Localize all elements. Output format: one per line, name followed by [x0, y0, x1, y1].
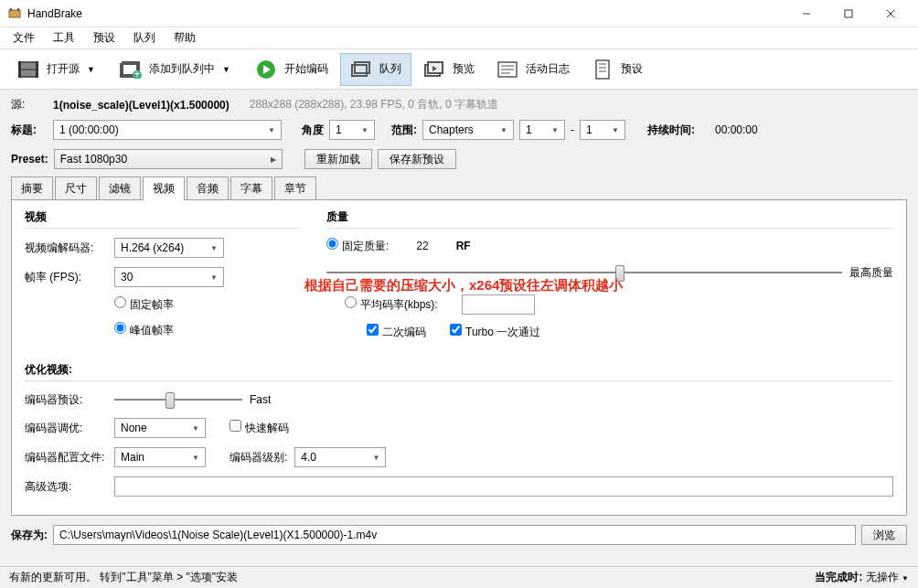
- fps-select[interactable]: 30▼: [114, 267, 224, 287]
- svg-rect-2: [17, 8, 19, 11]
- tab-video[interactable]: 视频: [143, 176, 185, 200]
- add-queue-button[interactable]: + 添加到队列中 ▼: [110, 53, 243, 86]
- chevron-down-icon: ▼: [87, 65, 98, 74]
- activity-log-button[interactable]: 活动日志: [486, 53, 580, 86]
- menu-queue[interactable]: 队列: [124, 27, 165, 48]
- codec-select[interactable]: H.264 (x264)▼: [114, 238, 224, 258]
- queue-icon: [350, 59, 372, 80]
- tab-summary[interactable]: 摘要: [11, 176, 53, 200]
- enc-profile-select[interactable]: Main▼: [114, 447, 206, 467]
- cfr-radio[interactable]: 固定帧率: [114, 296, 174, 313]
- range-to-select[interactable]: 1▼: [580, 120, 625, 140]
- avg-bitrate-radio[interactable]: 平均码率(kbps):: [345, 296, 438, 313]
- angle-select[interactable]: 1▼: [329, 120, 375, 140]
- reload-button[interactable]: 重新加载: [304, 149, 372, 169]
- save-preset-button[interactable]: 保存新预设: [378, 149, 456, 169]
- preset-button[interactable]: 预设: [582, 53, 653, 86]
- when-done-value[interactable]: 无操作: [866, 571, 899, 583]
- preview-label: 预览: [453, 61, 475, 77]
- start-encode-button[interactable]: 开始编码: [245, 53, 338, 86]
- range-label: 范围:: [391, 123, 417, 138]
- fps-label: 帧率 (FPS):: [25, 270, 107, 285]
- start-label: 开始编码: [284, 61, 328, 77]
- chevron-down-icon: ▼: [902, 574, 909, 583]
- menu-tools[interactable]: 工具: [44, 27, 84, 48]
- tab-audio[interactable]: 音频: [187, 176, 229, 200]
- close-button[interactable]: [870, 1, 911, 27]
- preset-row-label: Preset:: [11, 153, 48, 166]
- toolbar: 打开源 ▼ + 添加到队列中 ▼ 开始编码 队列 预览 活动日志 预设: [0, 49, 918, 90]
- when-done-label: 当完成时:: [815, 571, 862, 583]
- enc-tune-select[interactable]: None▼: [114, 418, 206, 438]
- chevron-down-icon: ▼: [222, 65, 233, 74]
- titlebar: HandBrake: [0, 0, 918, 27]
- optimize-section-title: 优化视频:: [25, 362, 893, 381]
- add-queue-icon: +: [120, 59, 142, 80]
- title-select[interactable]: 1 (00:00:00)▼: [53, 120, 282, 140]
- menu-help[interactable]: 帮助: [165, 27, 205, 48]
- max-quality-label: 最高质量: [849, 265, 893, 281]
- enc-level-select[interactable]: 4.0▼: [294, 447, 386, 467]
- tabs: 摘要 尺寸 滤镜 视频 音频 字幕 章节: [11, 176, 907, 200]
- queue-label: 队列: [379, 61, 401, 77]
- angle-label: 角度: [302, 123, 324, 138]
- browse-button[interactable]: 浏览: [861, 525, 907, 545]
- svg-rect-11: [21, 70, 36, 76]
- enc-preset-label: 编码器预设:: [25, 392, 107, 408]
- source-info: 288x288 (288x288), 23.98 FPS, 0 音轨, 0 字幕…: [250, 97, 498, 112]
- codec-label: 视频编解码器:: [25, 241, 107, 256]
- quality-section-title: 质量: [326, 209, 893, 229]
- svg-rect-9: [36, 61, 38, 78]
- range-from-select[interactable]: 1▼: [519, 120, 565, 140]
- queue-button[interactable]: 队列: [340, 53, 411, 86]
- video-panel: 视频 视频编解码器: H.264 (x264)▼ 帧率 (FPS): 30▼ 固…: [11, 199, 907, 516]
- range-type-select[interactable]: Chapters▼: [422, 120, 514, 140]
- add-queue-label: 添加到队列中: [149, 61, 215, 77]
- preset-icon: [592, 59, 614, 80]
- preview-button[interactable]: 预览: [413, 53, 485, 86]
- log-label: 活动日志: [526, 61, 570, 77]
- tab-subtitle[interactable]: 字幕: [230, 176, 272, 200]
- log-icon: [496, 59, 518, 80]
- preview-icon: [423, 59, 445, 80]
- content-area: 源: 1(noise_scale)(Level1)(x1.500000) 288…: [0, 90, 918, 560]
- tab-size[interactable]: 尺寸: [55, 176, 97, 200]
- svg-rect-8: [18, 61, 21, 78]
- title-label: 标题:: [11, 123, 48, 138]
- svg-rect-4: [845, 10, 852, 17]
- save-as-label: 保存为:: [11, 528, 48, 543]
- avg-bitrate-input[interactable]: [462, 294, 535, 315]
- advanced-input[interactable]: [114, 476, 893, 497]
- tab-filter[interactable]: 滤镜: [99, 176, 141, 200]
- menu-presets[interactable]: 预设: [84, 27, 124, 48]
- rf-label: RF: [456, 240, 471, 252]
- enc-preset-slider[interactable]: [114, 390, 242, 409]
- advanced-label: 高级选项:: [25, 479, 107, 495]
- cq-value: 22: [416, 240, 428, 252]
- film-icon: [17, 59, 39, 80]
- two-pass-check[interactable]: 二次编码: [367, 324, 426, 340]
- cq-radio[interactable]: 固定质量:: [326, 238, 389, 254]
- maximize-button[interactable]: [828, 1, 869, 27]
- fast-decode-check[interactable]: 快速解码: [230, 420, 289, 436]
- svg-rect-0: [9, 10, 20, 17]
- turbo-check[interactable]: Turbo 一次通过: [450, 324, 540, 340]
- open-source-button[interactable]: 打开源 ▼: [7, 53, 108, 86]
- app-icon: [7, 6, 22, 21]
- window-title: HandBrake: [27, 7, 786, 20]
- source-name: 1(noise_scale)(Level1)(x1.500000): [53, 99, 230, 112]
- update-message: 有新的更新可用。 转到"工具"菜单 > "选项"安装: [9, 570, 238, 585]
- preset-select[interactable]: Fast 1080p30▶: [54, 149, 283, 169]
- range-dash: -: [571, 123, 574, 136]
- source-label: 源:: [11, 97, 48, 112]
- vfr-radio[interactable]: 峰值帧率: [114, 322, 174, 338]
- annotation-overlay: 根据自己需要的压缩大小，x264预设往左调体积越小: [304, 277, 623, 294]
- play-icon: [255, 59, 277, 80]
- save-path-input[interactable]: [53, 525, 856, 545]
- tab-chapter[interactable]: 章节: [274, 176, 316, 200]
- minimize-button[interactable]: [786, 1, 827, 27]
- enc-level-label: 编码器级别:: [230, 450, 287, 465]
- svg-rect-10: [21, 63, 36, 69]
- duration-value: 00:00:00: [715, 123, 758, 136]
- menu-file[interactable]: 文件: [4, 27, 44, 48]
